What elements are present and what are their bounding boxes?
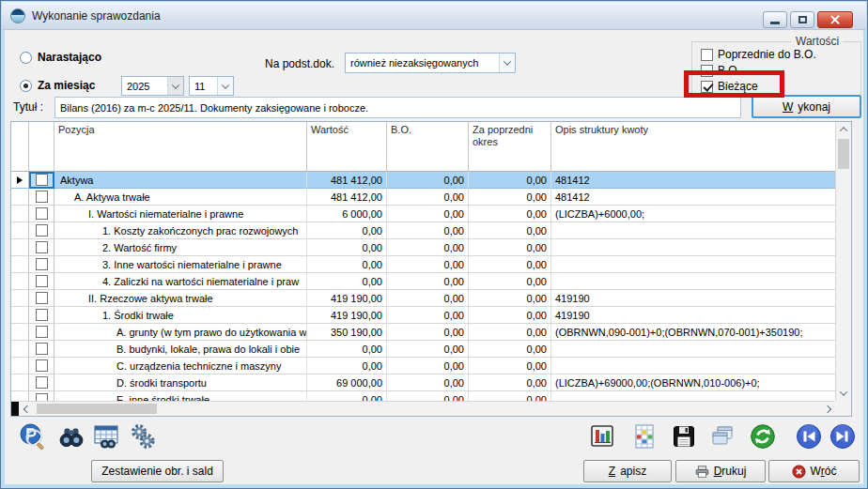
year-dropdown-arrow[interactable] xyxy=(167,77,183,95)
row-checkbox[interactable] xyxy=(36,393,48,401)
cell-pozycja: B. budynki, lokale, prawa do lokali i ob… xyxy=(54,341,307,358)
row-checkbox-cell[interactable] xyxy=(29,222,54,239)
row-checkbox-cell[interactable] xyxy=(29,391,54,401)
row-checkbox-cell[interactable] xyxy=(29,341,54,358)
table-search-icon[interactable] xyxy=(92,422,120,451)
header-bo[interactable]: B.O. xyxy=(387,122,469,171)
header-opis-struktury[interactable]: Opis struktury kwoty xyxy=(551,122,835,171)
tytul-field[interactable]: Bilans (2016) za m-c 2025/11. Dokumenty … xyxy=(54,97,741,118)
go-last-icon[interactable] xyxy=(829,422,857,451)
row-checkbox[interactable] xyxy=(36,292,48,304)
wroc-button[interactable]: Wróć xyxy=(768,460,860,482)
table-row[interactable]: E. inne środki trwałe 0,00 0,00 0,00 xyxy=(11,391,835,401)
row-checkbox-cell[interactable] xyxy=(29,239,54,256)
header-pozycja[interactable]: Pozycja xyxy=(54,122,307,171)
row-checkbox-cell[interactable] xyxy=(29,172,54,189)
copy-windows-icon[interactable] xyxy=(708,422,736,451)
year-combobox[interactable]: 2025 xyxy=(121,76,184,96)
drukuj-button[interactable]: Drukuj xyxy=(675,460,766,482)
print-preview-icon[interactable] xyxy=(18,422,46,451)
horizontal-scrollbar[interactable] xyxy=(11,401,835,416)
row-checkbox[interactable] xyxy=(36,359,48,372)
wykonaj-button[interactable]: Wykonaj xyxy=(752,95,861,118)
table-row[interactable]: B. budynki, lokale, prawa do lokali i ob… xyxy=(11,341,835,358)
header-wartosc[interactable]: Wartość xyxy=(307,122,387,171)
table-row[interactable]: A. Aktywa trwałe 481 412,00 0,00 0,00 48… xyxy=(11,189,835,206)
table-row[interactable]: A. grunty (w tym prawo do użytkowania w … xyxy=(11,324,835,341)
row-checkbox[interactable] xyxy=(36,174,48,186)
row-checkbox-cell[interactable] xyxy=(29,324,54,341)
row-checkbox-cell[interactable] xyxy=(29,374,54,391)
table-row[interactable]: II. Rzeczowe aktywa trwałe 419 190,00 0,… xyxy=(11,290,835,307)
header-za-poprzedni-okres[interactable]: Za poprzedni okres xyxy=(469,122,551,171)
table-row[interactable]: C. urządzenia techniczne i maszyny 0,00 … xyxy=(11,358,835,374)
row-checkbox[interactable] xyxy=(36,275,48,287)
month-dropdown-arrow[interactable] xyxy=(217,77,233,95)
maximize-button[interactable] xyxy=(790,11,814,28)
row-checkbox[interactable] xyxy=(36,258,48,270)
row-checkbox[interactable] xyxy=(36,309,48,321)
close-button[interactable] xyxy=(817,11,853,28)
row-checkbox[interactable] xyxy=(36,241,48,253)
row-checkbox[interactable] xyxy=(36,376,48,389)
checkbox-box[interactable] xyxy=(701,81,713,93)
cell-za-poprzedni-okres: 0,00 xyxy=(469,358,551,374)
cell-bo: 0,00 xyxy=(387,307,469,324)
save-floppy-icon[interactable] xyxy=(670,422,698,451)
cell-wartosc: 481 412,00 xyxy=(307,189,387,206)
checkbox-box[interactable] xyxy=(701,65,713,77)
row-marker-cell xyxy=(11,307,29,324)
table-row[interactable]: 1. Środki trwałe 419 190,00 0,00 0,00 41… xyxy=(11,307,835,324)
chart-icon[interactable] xyxy=(588,422,616,451)
zapisz-button[interactable]: Zapisz xyxy=(583,460,672,482)
row-checkbox[interactable] xyxy=(36,343,48,355)
cell-za-poprzedni-okres: 0,00 xyxy=(469,290,551,307)
refresh-icon[interactable] xyxy=(749,422,777,451)
vertical-scroll-thumb[interactable] xyxy=(838,139,849,169)
row-checkbox-cell[interactable] xyxy=(29,206,54,222)
chevron-right-icon xyxy=(823,405,830,412)
row-checkbox-cell[interactable] xyxy=(29,307,54,324)
row-checkbox-cell[interactable] xyxy=(29,273,54,290)
na-podst-dok-combobox[interactable]: również niezaksięgowanych xyxy=(345,53,516,73)
scroll-right-button[interactable] xyxy=(819,402,835,416)
go-first-icon[interactable] xyxy=(795,422,823,451)
spreadsheet-export-icon[interactable] xyxy=(630,422,659,451)
row-checkbox-cell[interactable] xyxy=(29,358,54,374)
checkbox-bo[interactable]: B.O. xyxy=(701,64,740,77)
vertical-scrollbar[interactable] xyxy=(835,122,851,401)
operations-gears-icon[interactable] xyxy=(129,422,157,451)
search-binoculars-icon[interactable] xyxy=(57,422,85,451)
table-row[interactable]: 1. Koszty zakończonych prac rozwojowych … xyxy=(11,222,835,239)
radio-narastajaco[interactable] xyxy=(20,52,32,64)
row-checkbox-cell[interactable] xyxy=(29,290,54,307)
scroll-left-button[interactable] xyxy=(19,402,35,416)
cell-pozycja: Aktywa xyxy=(54,172,307,189)
month-combobox[interactable]: 11 xyxy=(189,76,234,96)
checkbox-box[interactable] xyxy=(701,49,713,61)
row-checkbox[interactable] xyxy=(36,326,48,338)
minimize-button[interactable] xyxy=(763,11,787,28)
cell-pozycja: II. Rzeczowe aktywa trwałe xyxy=(54,290,307,307)
row-checkbox[interactable] xyxy=(36,224,48,237)
horizontal-scroll-thumb[interactable] xyxy=(37,404,157,414)
scroll-up-button[interactable] xyxy=(836,122,851,137)
row-checkbox[interactable] xyxy=(36,191,48,203)
table-row[interactable]: 4. Zaliczki na wartości niematerialne i … xyxy=(11,273,835,290)
na-podst-dropdown-arrow[interactable] xyxy=(499,53,515,72)
radio-za-miesiac[interactable] xyxy=(20,80,32,92)
cell-bo: 0,00 xyxy=(387,189,469,206)
table-row[interactable]: D. środki transportu 69 000,00 0,00 0,00… xyxy=(11,374,835,391)
row-checkbox-cell[interactable] xyxy=(29,189,54,206)
table-row[interactable]: 2. Wartość firmy 0,00 0,00 0,00 xyxy=(11,239,835,256)
title-bar[interactable]: Wykonanie sprawozdania xyxy=(2,2,866,30)
row-checkbox-cell[interactable] xyxy=(29,256,54,273)
scroll-down-button[interactable] xyxy=(836,386,851,401)
table-row[interactable]: 3. Inne wartości niematerialne i prawne … xyxy=(11,256,835,273)
checkbox-poprzednie-do-bo[interactable]: Poprzednie do B.O. xyxy=(701,48,816,61)
zestawienie-button[interactable]: Zestawienie obr. i sald xyxy=(91,460,224,482)
row-checkbox[interactable] xyxy=(36,207,48,220)
checkbox-biezace[interactable]: Bieżące xyxy=(701,80,758,93)
table-row[interactable]: Aktywa 481 412,00 0,00 0,00 481412 xyxy=(11,172,835,189)
table-row[interactable]: I. Wartości niematerialne i prawne 6 000… xyxy=(11,206,835,222)
